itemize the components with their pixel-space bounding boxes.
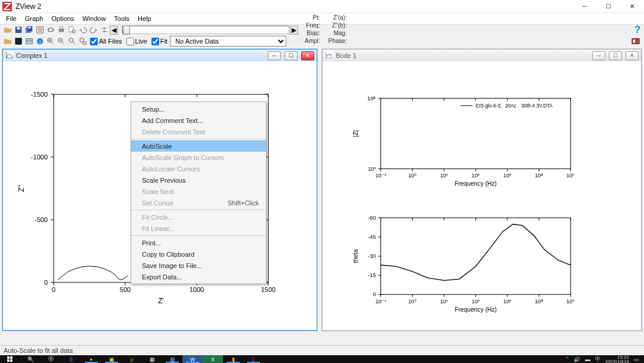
svg-text:10³: 10³ <box>503 299 511 304</box>
clock[interactable]: 15:22 2015/10/18 <box>605 355 629 364</box>
word-icon[interactable]: W <box>182 355 203 363</box>
info-icon[interactable]: i <box>35 36 45 47</box>
start-button[interactable] <box>0 355 20 363</box>
status-bar: Auto-Scale to fit all data <box>0 345 644 355</box>
svg-point-7 <box>38 28 41 31</box>
save-icon[interactable] <box>13 25 23 35</box>
open-icon[interactable] <box>2 25 13 35</box>
zoom-in-icon[interactable] <box>45 36 55 47</box>
menu-item-autolocate-cursors: AutoLocate Cursors <box>131 163 266 174</box>
tray-ime-indicator[interactable]: 中 <box>595 355 600 363</box>
menu-item-save-image-to-file[interactable]: Save Image to File... <box>131 260 266 271</box>
svg-text:-1000: -1000 <box>31 153 48 161</box>
slider-prev-button[interactable]: ◀ <box>110 26 118 35</box>
bode-minimize-button[interactable]: ─ <box>592 51 605 60</box>
open2-icon[interactable] <box>2 36 13 47</box>
bode-maximize-button[interactable]: ☐ <box>609 51 622 60</box>
undo-icon[interactable] <box>78 25 88 35</box>
svg-rect-18 <box>83 42 85 44</box>
svg-text:Z': Z' <box>158 297 164 305</box>
menu-window[interactable]: Window <box>79 15 109 22</box>
complex-maximize-button[interactable]: ☐ <box>284 51 298 60</box>
context-menu[interactable]: Setup...Add Comment Text...Delete Commen… <box>131 101 267 284</box>
menu-item-scale-previous[interactable]: Scale Previous <box>131 174 266 186</box>
complex-minimize-button[interactable]: ─ <box>268 51 281 60</box>
svg-text:theta: theta <box>352 249 359 263</box>
menu-item-export-data[interactable]: Export Data... <box>131 271 266 282</box>
tray-volume-icon[interactable]: 🔊 <box>574 356 580 362</box>
svg-rect-2 <box>17 27 20 30</box>
help-icon[interactable]: ? <box>634 24 640 35</box>
svg-text:-60: -60 <box>368 215 376 221</box>
menu-file[interactable]: File <box>2 15 20 22</box>
print-icon[interactable] <box>56 25 66 35</box>
tray-chevron-icon[interactable]: ˄ <box>566 356 569 362</box>
zoom-fit-icon[interactable] <box>67 36 77 47</box>
svg-rect-80 <box>381 218 571 294</box>
complex-title: Complex 1 <box>16 52 264 59</box>
notepad-icon[interactable]: ▥ <box>162 355 182 363</box>
close-button[interactable]: ✕ <box>620 0 644 13</box>
grid-icon[interactable] <box>13 36 23 47</box>
utorrent-icon[interactable]: μ <box>122 355 142 363</box>
zoom-region-icon[interactable] <box>78 36 88 47</box>
menu-item-add-comment-text[interactable]: Add Comment Text... <box>131 115 266 126</box>
menu-item-autoscale[interactable]: AutoScale <box>131 140 266 152</box>
search-icon[interactable]: 🔍 <box>20 355 41 363</box>
fit-checkbox[interactable]: Fit <box>151 38 168 45</box>
bode-plot[interactable]: 10⁻¹10⁰10¹10²10³10⁴10⁵10³10⁴Frequency (H… <box>323 61 641 330</box>
table-icon[interactable] <box>24 36 34 47</box>
redo-icon[interactable] <box>88 25 98 35</box>
menu-options[interactable]: Options <box>48 15 78 22</box>
preview-icon[interactable] <box>67 25 77 35</box>
menu-help[interactable]: Help <box>134 15 155 22</box>
all-files-checkbox[interactable]: All Files <box>90 38 122 45</box>
menu-graph[interactable]: Graph <box>21 15 47 22</box>
tray-notification-icon[interactable]: ▭ <box>634 356 639 362</box>
zoom-out-icon[interactable] <box>56 36 66 47</box>
app-titlebar: ZView 2 ─ ☐ ✕ <box>0 0 644 13</box>
tray-network-icon[interactable]: ▬ <box>585 356 590 362</box>
svg-text:-15: -15 <box>368 272 376 278</box>
menu-item-setup[interactable]: Setup... <box>131 103 266 115</box>
svg-point-16 <box>69 38 73 42</box>
menu-item-autoscale-graph-to-cursors: AutoScale Graph to Cursors <box>131 152 266 163</box>
save-all-icon[interactable] <box>24 25 34 35</box>
menu-item-print[interactable]: Print... <box>131 237 266 248</box>
excel-icon[interactable]: X <box>203 355 223 363</box>
readout-za-label: Z'(a): <box>329 14 355 22</box>
zview-taskbar-icon[interactable]: Z <box>243 355 264 363</box>
plot-type-icon <box>325 51 333 60</box>
explorer-icon[interactable]: ▣ <box>101 355 122 363</box>
slider-thumb[interactable] <box>123 26 130 35</box>
svg-text:10⁻¹: 10⁻¹ <box>375 173 386 179</box>
calculator-icon[interactable]: ▦ <box>142 355 162 363</box>
circuit-icon[interactable] <box>45 25 55 35</box>
firefox-icon[interactable]: ● <box>81 355 101 363</box>
maximize-button[interactable]: ☐ <box>596 0 620 13</box>
svg-rect-5 <box>28 27 30 29</box>
svg-text:10⁻¹: 10⁻¹ <box>375 299 386 304</box>
svg-text:10⁴: 10⁴ <box>367 96 376 101</box>
active-data-dropdown[interactable]: No Active Data <box>170 36 286 47</box>
skype-icon[interactable]: S <box>61 355 81 363</box>
app-icon[interactable]: ▮ <box>223 355 243 363</box>
readout-phase-label: Phase: <box>329 38 355 45</box>
convert-icon[interactable] <box>99 25 109 35</box>
file-slider[interactable] <box>122 26 289 34</box>
svg-text:Z'': Z'' <box>17 185 26 192</box>
app-title: ZView 2 <box>14 2 572 11</box>
svg-rect-6 <box>36 27 43 33</box>
svg-text:-1500: -1500 <box>31 91 48 98</box>
menu-tools[interactable]: Tools <box>110 15 133 22</box>
slider-next-button[interactable]: ▶ <box>290 26 298 35</box>
fit-icon[interactable] <box>35 25 45 35</box>
display-mode-icon[interactable] <box>630 36 640 47</box>
complex-close-button[interactable]: ✕ <box>301 51 314 60</box>
live-checkbox[interactable]: Live <box>126 38 147 45</box>
bode-close-button[interactable]: ✕ <box>626 51 639 60</box>
ie-icon[interactable]: ⓔ <box>41 355 61 363</box>
minimize-button[interactable]: ─ <box>572 0 596 13</box>
menu-item-copy-to-clipboard[interactable]: Copy to Clipboard <box>131 248 266 260</box>
svg-text:0: 0 <box>52 286 55 293</box>
